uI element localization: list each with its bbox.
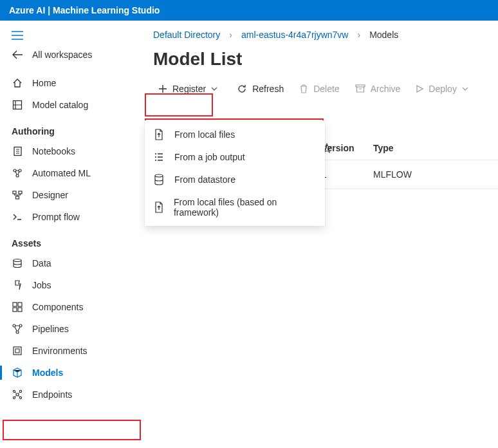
dropdown-item-local-framework[interactable]: From local files (based on framework): [145, 191, 325, 223]
archive-label: Archive: [371, 84, 401, 94]
svg-rect-6: [19, 191, 22, 194]
breadcrumb: Default Directory › aml-eastus-4r4a7rjyw…: [149, 21, 498, 42]
sidebar-label: Jobs: [32, 280, 51, 290]
sidebar-label: Prompt flow: [32, 212, 80, 222]
endpoints-icon: [12, 389, 23, 400]
sidebar-item-automl[interactable]: Automated ML: [0, 162, 142, 184]
sidebar-item-home[interactable]: Home: [0, 72, 142, 94]
environments-icon: [12, 346, 23, 356]
catalog-icon: [12, 100, 23, 110]
sidebar-item-designer[interactable]: Designer: [0, 184, 142, 206]
sidebar-item-models[interactable]: Models: [0, 362, 142, 384]
sidebar-label: Automated ML: [32, 168, 91, 178]
svg-rect-5: [13, 191, 16, 194]
column-type-header[interactable]: Type: [373, 143, 498, 153]
svg-point-4: [16, 174, 19, 177]
plus-icon: [158, 84, 167, 93]
svg-rect-10: [18, 303, 22, 306]
sidebar-item-endpoints[interactable]: Endpoints: [0, 384, 142, 406]
svg-rect-23: [356, 85, 365, 87]
sidebar-item-environments[interactable]: Environments: [0, 340, 142, 362]
chevron-right-icon: ›: [229, 30, 232, 40]
breadcrumb-workspace[interactable]: aml-eastus-4r4a7rjywn7vw: [241, 30, 349, 40]
dropdown-label: From datastore: [174, 174, 235, 185]
delete-button[interactable]: Delete: [299, 84, 339, 94]
sidebar-item-notebooks[interactable]: Notebooks: [0, 140, 142, 162]
sidebar: All workspaces Home Model catalog Author…: [0, 21, 142, 448]
datastore-icon: [154, 174, 165, 185]
toolbar: Register Refresh Delete Archive Deploy: [149, 81, 498, 102]
dropdown-item-local-files[interactable]: From local files: [145, 123, 325, 146]
svg-point-8: [14, 259, 21, 262]
file-upload-icon: [154, 129, 165, 140]
components-icon: [12, 302, 23, 312]
dropdown-label: From local files (based on framework): [174, 197, 316, 218]
register-button[interactable]: Register: [154, 81, 221, 97]
back-arrow-icon: [12, 50, 23, 59]
archive-icon: [355, 84, 365, 93]
dropdown-item-job-output[interactable]: From a job output: [145, 146, 325, 168]
chevron-down-icon: [462, 86, 468, 92]
breadcrumb-directory[interactable]: Default Directory: [153, 30, 220, 40]
all-workspaces-link[interactable]: All workspaces: [0, 44, 142, 66]
archive-button[interactable]: Archive: [355, 84, 401, 94]
svg-rect-16: [14, 347, 21, 355]
svg-rect-9: [13, 303, 17, 306]
register-label: Register: [172, 84, 206, 94]
automl-icon: [12, 168, 23, 178]
notebook-icon: [12, 146, 23, 156]
delete-label: Delete: [313, 84, 339, 94]
dropdown-label: From local files: [174, 129, 235, 140]
sidebar-section-assets: Assets: [0, 228, 142, 252]
chevron-right-icon: ›: [357, 30, 360, 40]
sidebar-label: Model catalog: [32, 100, 88, 110]
svg-point-13: [13, 324, 15, 327]
refresh-label: Refresh: [252, 84, 284, 94]
home-icon: [12, 78, 23, 88]
refresh-button[interactable]: Refresh: [237, 84, 284, 94]
sidebar-label: Designer: [32, 190, 68, 200]
svg-rect-17: [15, 349, 19, 353]
sidebar-label: Endpoints: [32, 389, 72, 400]
data-icon: [12, 258, 23, 268]
row-type: MLFLOW: [373, 169, 498, 180]
sidebar-item-jobs[interactable]: Jobs: [0, 274, 142, 296]
column-version-header[interactable]: Version: [322, 143, 373, 153]
sidebar-item-components[interactable]: Components: [0, 296, 142, 318]
designer-icon: [12, 190, 23, 200]
brand-label: Azure AI | Machine Learning Studio: [9, 5, 160, 15]
models-icon: [12, 368, 23, 378]
sidebar-label: Data: [32, 258, 51, 268]
hamburger-button[interactable]: [0, 28, 35, 44]
sidebar-label: Home: [32, 78, 56, 88]
dropdown-item-datastore[interactable]: From datastore: [145, 168, 325, 191]
pipelines-icon: [12, 324, 23, 334]
sidebar-item-pipelines[interactable]: Pipelines: [0, 318, 142, 340]
register-dropdown: From local files From a job output From …: [145, 120, 325, 226]
sidebar-label: Notebooks: [32, 146, 75, 156]
sidebar-item-data[interactable]: Data: [0, 252, 142, 274]
svg-rect-11: [13, 308, 17, 312]
deploy-icon: [416, 84, 423, 93]
refresh-icon: [237, 84, 247, 94]
sidebar-label: Components: [32, 302, 83, 312]
list-icon: [154, 153, 165, 162]
svg-point-14: [19, 324, 22, 327]
svg-point-15: [16, 331, 19, 333]
svg-rect-7: [16, 196, 19, 199]
dropdown-label: From a job output: [174, 152, 245, 162]
deploy-label: Deploy: [429, 84, 457, 94]
sidebar-item-model-catalog[interactable]: Model catalog: [0, 94, 142, 116]
sidebar-label: Models: [32, 368, 63, 378]
file-upload-icon: [154, 201, 165, 213]
all-workspaces-label: All workspaces: [32, 50, 92, 60]
svg-point-24: [155, 174, 163, 177]
main-content: Default Directory › aml-eastus-4r4a7rjyw…: [142, 21, 498, 448]
jobs-icon: [12, 280, 23, 290]
delete-icon: [299, 84, 308, 94]
sidebar-label: Pipelines: [32, 324, 69, 334]
svg-rect-12: [18, 308, 22, 312]
sidebar-item-prompt-flow[interactable]: Prompt flow: [0, 206, 142, 228]
chevron-down-icon: [211, 86, 217, 92]
deploy-button[interactable]: Deploy: [416, 84, 468, 94]
